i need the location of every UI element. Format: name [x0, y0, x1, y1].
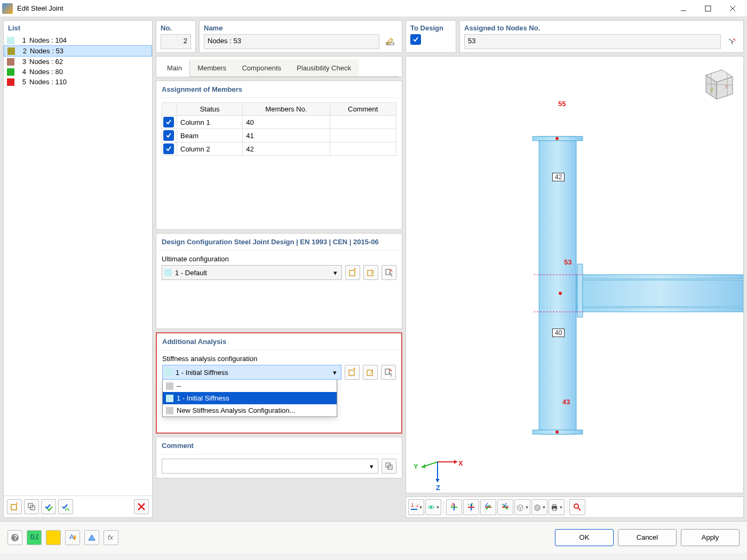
ultimate-config-select[interactable]: 1 - Default ▾ [162, 265, 342, 280]
comment-library-button[interactable] [382, 459, 396, 474]
svg-line-13 [390, 269, 392, 271]
tab-members[interactable]: Members [190, 60, 234, 76]
comment-input[interactable]: ▾ [162, 459, 378, 474]
list-body[interactable]: 1 Nodes : 104 2 Nodes : 53 3 Nodes : 62 … [4, 35, 152, 495]
svg-text:x: x [725, 82, 728, 90]
list-item-label: Nodes : 53 [30, 47, 63, 55]
row-checkbox[interactable] [163, 143, 174, 154]
svg-marker-39 [454, 460, 457, 464]
vp-render-button[interactable]: ▼ [531, 499, 547, 515]
assigned-pick-button[interactable] [724, 34, 739, 49]
vp-look-z-button[interactable]: Z [480, 499, 496, 515]
ultimate-pick-button[interactable] [382, 265, 396, 280]
dropdown-option[interactable]: -- [163, 380, 337, 392]
row-checkbox[interactable] [163, 130, 174, 141]
assigned-card: Assigned to Nodes No. 53 [459, 20, 744, 53]
tab-plausibility-check[interactable]: Plausibility Check [289, 60, 359, 76]
help-button[interactable]: ? [7, 530, 22, 545]
svg-marker-43 [435, 479, 440, 482]
list-new-button[interactable] [7, 499, 22, 514]
ultimate-edit-button[interactable] [363, 265, 378, 280]
ultimate-new-button[interactable] [345, 265, 360, 280]
window-minimize-button[interactable] [671, 0, 696, 17]
name-input[interactable]: Nodes : 53 [204, 34, 379, 49]
preview-button[interactable] [84, 530, 99, 545]
svg-rect-15 [367, 370, 372, 375]
members-col-status: Status [177, 103, 243, 116]
table-row[interactable]: Column 2 42 [162, 142, 396, 156]
tabs-panel: MainMembersComponentsPlausibility Check [156, 56, 402, 77]
svg-rect-16 [385, 369, 390, 374]
vp-look-negz-button[interactable]: -Z [497, 499, 513, 515]
svg-rect-61 [553, 508, 556, 510]
dropdown-option[interactable]: 1 - Initial Siffness [163, 392, 337, 404]
design-config-header: Design Configuration Steel Joint Design … [156, 234, 402, 251]
list-item[interactable]: 2 Nodes : 53 [4, 45, 152, 57]
3d-viewport[interactable]: y x [406, 56, 744, 493]
table-row[interactable]: Beam 41 [162, 129, 396, 142]
list-copy-button[interactable] [24, 499, 39, 514]
vp-print-button[interactable]: ▼ [549, 499, 565, 515]
window-close-button[interactable] [720, 0, 745, 17]
window-titlebar: Edit Steel Joint [0, 0, 747, 17]
table-row[interactable]: Column 1 40 [162, 116, 396, 129]
av-button[interactable]: A: [65, 530, 80, 545]
members-col-no: Members No. [243, 103, 330, 116]
vp-numbering-button[interactable]: 1 2 3▼ [408, 499, 424, 515]
vp-display-button[interactable]: ▼ [425, 499, 441, 515]
stiffness-pick-button[interactable] [381, 365, 396, 380]
tab-main[interactable]: Main [160, 60, 190, 76]
list-delete-button[interactable] [134, 499, 149, 514]
dropdown-option[interactable]: New Stiffness Analysis Configuration... [163, 404, 337, 417]
svg-rect-1 [705, 6, 711, 11]
name-edit-button[interactable] [383, 34, 398, 49]
vp-iso-button[interactable]: ▼ [514, 499, 530, 515]
apply-button[interactable]: Apply [681, 529, 740, 546]
svg-line-63 [578, 508, 581, 510]
no-input[interactable]: 2 [161, 34, 191, 49]
stiffness-config-value: 1 - Initial Siffness [176, 369, 327, 377]
stiffness-new-button[interactable] [345, 365, 360, 380]
list-check2-button[interactable] [58, 499, 73, 514]
svg-point-46 [430, 506, 432, 508]
assigned-input[interactable]: 53 [464, 34, 721, 49]
row-status: Beam [177, 129, 243, 142]
row-members-no: 42 [243, 142, 330, 156]
units-button[interactable]: 0,00 [27, 530, 42, 545]
tabs: MainMembersComponentsPlausibility Check [160, 60, 399, 77]
axis-y-label: Y [414, 462, 418, 470]
option-swatch [166, 395, 173, 402]
svg-rect-68 [74, 535, 76, 540]
cancel-button[interactable]: Cancel [618, 529, 677, 546]
vp-zoom-find-button[interactable] [569, 499, 585, 515]
todesign-checkbox[interactable] [410, 34, 421, 45]
vp-look-negy-button[interactable]: -Y [463, 499, 479, 515]
list-item[interactable]: 5 Nodes : 110 [4, 77, 152, 87]
stiffness-config-select[interactable]: 1 - Initial Siffness ▾ [162, 365, 341, 380]
app-icon [2, 3, 13, 14]
nav-cube-icon[interactable]: y x [695, 62, 738, 105]
svg-rect-4 [11, 505, 17, 510]
stiffness-edit-button[interactable] [363, 365, 378, 380]
list-item[interactable]: 4 Nodes : 80 [4, 67, 152, 77]
ok-button[interactable]: OK [555, 529, 614, 546]
list-item-index: 4 [18, 68, 26, 76]
window-maximize-button[interactable] [696, 0, 720, 17]
vp-look-x-button[interactable]: X [446, 499, 462, 515]
stiffness-dropdown[interactable]: --1 - Initial SiffnessNew Stiffness Anal… [162, 379, 337, 417]
fx-button[interactable]: fx [104, 530, 118, 545]
color-button[interactable] [46, 530, 61, 545]
stiffness-config-swatch [165, 369, 172, 376]
list-item-label: Nodes : 62 [29, 58, 63, 66]
tab-components[interactable]: Components [234, 60, 289, 76]
list-item[interactable]: 1 Nodes : 104 [4, 35, 152, 45]
comment-section: Comment ▾ [156, 437, 402, 478]
axis-triad-icon [414, 441, 462, 489]
row-checkbox[interactable] [163, 117, 174, 127]
list-check1-button[interactable] [41, 499, 56, 514]
svg-text:X: X [451, 503, 456, 508]
member-label-40: 40 [552, 329, 565, 337]
svg-point-37 [555, 430, 559, 434]
svg-line-20 [733, 38, 735, 41]
list-item[interactable]: 3 Nodes : 62 [4, 57, 152, 67]
